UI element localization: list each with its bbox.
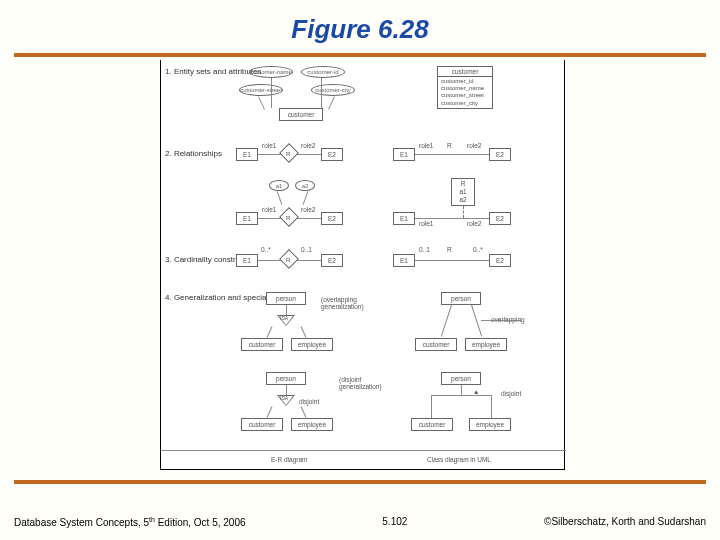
class-head: customer	[438, 67, 492, 77]
uml-customer: customer	[411, 418, 453, 431]
connector	[461, 385, 462, 395]
connector	[258, 154, 282, 155]
gen-customer: customer	[241, 418, 283, 431]
connector	[328, 96, 335, 109]
footer-center: 5.102	[382, 516, 407, 528]
row1-label: 1. Entity sets and attributes	[165, 68, 262, 77]
uml-e2: E2	[489, 148, 511, 161]
disjoint-label: disjoint	[299, 398, 319, 405]
footer-text: Edition, Oct 5, 2006	[155, 517, 246, 528]
attr-ellipse: customer-name	[249, 66, 293, 78]
role2-label: role2	[467, 142, 481, 149]
connector	[267, 406, 273, 417]
rel-e2: E2	[321, 212, 343, 225]
divider-bottom	[14, 480, 706, 484]
gen-person: person	[266, 372, 306, 385]
connector	[431, 395, 432, 418]
arrow-icon: ▲	[473, 388, 479, 395]
uml-e1: E1	[393, 254, 415, 267]
uml-employee: employee	[469, 418, 511, 431]
er-caption: E-R diagram	[271, 456, 307, 463]
connector	[271, 78, 272, 108]
gen-employee: employee	[291, 418, 333, 431]
class-attr: customer_name	[441, 85, 489, 92]
uml-class-box: customer customer_id customer_name custo…	[437, 66, 493, 109]
connector	[277, 191, 283, 204]
isa-label: ISA	[280, 315, 288, 321]
role2-label: role2	[467, 220, 481, 227]
gen-caption: (disjoint generalization)	[339, 376, 382, 390]
card-e1: E1	[236, 254, 258, 267]
gen-person: person	[266, 292, 306, 305]
class-attr: customer_street	[441, 92, 489, 99]
uml-caption: Class diagram in UML	[427, 456, 491, 463]
class-attr: customer_id	[441, 78, 489, 85]
role2-label: role2	[301, 206, 315, 213]
connector	[267, 326, 273, 337]
card-label: 0..*	[473, 246, 483, 253]
assoc-label: R	[447, 246, 452, 253]
rel-e2: E2	[321, 148, 343, 161]
connector	[321, 78, 322, 108]
rel-attr: a1	[269, 180, 289, 191]
connector	[258, 96, 265, 109]
uml-customer: customer	[415, 338, 457, 351]
role1-label: role1	[419, 220, 433, 227]
footer-right: ©Silberschatz, Korth and Sudarshan	[544, 516, 706, 528]
connector	[301, 406, 307, 417]
entity-box: customer	[279, 108, 323, 121]
attr-ellipse: customer-id	[301, 66, 345, 78]
connector	[415, 154, 489, 155]
connector	[286, 385, 287, 395]
connector	[297, 260, 321, 261]
dashed-connector	[463, 206, 464, 218]
attr-ellipse: customer-street	[239, 84, 283, 96]
connector	[258, 260, 282, 261]
attr-ellipse: customer-city	[311, 84, 355, 96]
uml-e2: E2	[489, 254, 511, 267]
connector	[415, 218, 489, 219]
uml-e1: E1	[393, 148, 415, 161]
disjoint-label: disjoint	[501, 390, 521, 397]
connector	[431, 395, 491, 396]
figure-container: 1. Entity sets and attributes customer-n…	[160, 60, 565, 470]
uml-employee: employee	[465, 338, 507, 351]
gen-caption: (overlapping generalization)	[321, 296, 364, 310]
gen-customer: customer	[241, 338, 283, 351]
class-attr: customer_city	[441, 100, 489, 107]
rel-attr: a2	[295, 180, 315, 191]
rel-e1: E1	[236, 212, 258, 225]
connector	[481, 320, 521, 321]
uml-e1: E1	[393, 212, 415, 225]
divider-top	[14, 53, 706, 57]
connector	[297, 218, 321, 219]
uml-person: person	[441, 372, 481, 385]
uml-person: person	[441, 292, 481, 305]
role1-label: role1	[262, 206, 276, 213]
card-label: 0..1	[301, 246, 312, 253]
gen-employee: employee	[291, 338, 333, 351]
slide-footer: Database System Concepts, 5th Edition, O…	[0, 516, 720, 528]
rel-diamond: R	[279, 207, 299, 227]
card-e2: E2	[321, 254, 343, 267]
divider	[161, 450, 566, 451]
connector	[441, 305, 452, 337]
slide-title: Figure 6.28	[0, 0, 720, 53]
role1-label: role1	[262, 142, 276, 149]
assoc-label: R	[447, 142, 452, 149]
assoc-class: R a1 a2	[451, 178, 475, 206]
footer-text: Database System Concepts, 5	[14, 517, 149, 528]
row2-label: 2. Relationships	[165, 150, 222, 159]
rel-diamond: R	[279, 143, 299, 163]
connector	[303, 191, 309, 204]
role2-label: role2	[301, 142, 315, 149]
connector	[258, 218, 282, 219]
role1-label: role1	[419, 142, 433, 149]
connector	[491, 395, 492, 418]
rel-e1: E1	[236, 148, 258, 161]
footer-left: Database System Concepts, 5th Edition, O…	[14, 516, 246, 528]
connector	[297, 154, 321, 155]
connector	[301, 326, 307, 337]
connector	[415, 260, 489, 261]
card-label: 0..*	[261, 246, 271, 253]
